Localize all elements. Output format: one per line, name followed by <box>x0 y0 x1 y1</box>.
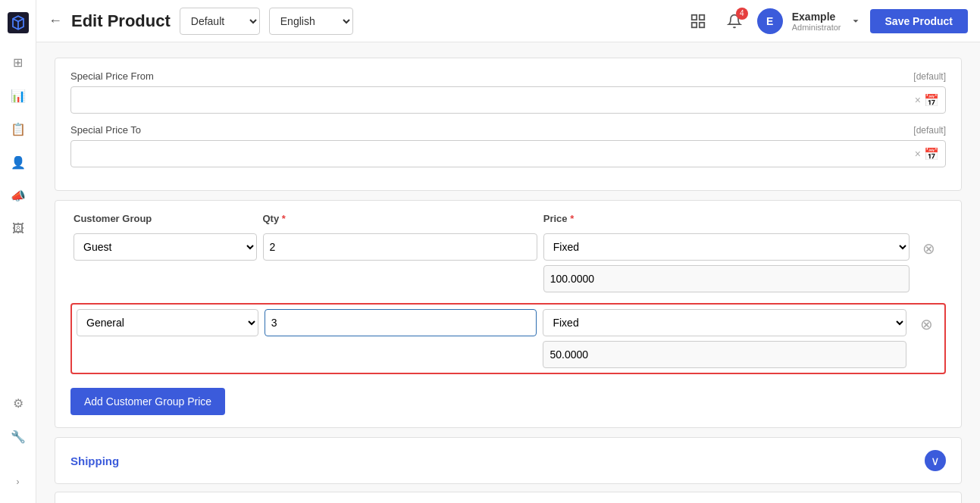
special-price-from-default: [default] <box>913 71 946 82</box>
user-name: Example <box>792 11 841 23</box>
chevron-down-icon <box>850 16 861 27</box>
settings-icon[interactable]: ⚙ <box>5 389 32 417</box>
price-value-input-2[interactable] <box>543 341 906 368</box>
cgp-row-1: Guest General Wholesale Fixed Discount <box>70 230 946 295</box>
top-bar: ← Edit Product Default English English F… <box>36 0 980 42</box>
col-customer-group: Customer Group <box>74 213 257 224</box>
customers-icon[interactable]: 👤 <box>5 148 32 176</box>
user-role: Administrator <box>792 23 841 32</box>
store-icon[interactable] <box>684 8 712 35</box>
language-select[interactable]: English French Spanish <box>269 8 353 35</box>
catalog-icon[interactable]: 📋 <box>5 115 32 142</box>
collapse-icon[interactable]: › <box>5 468 32 495</box>
price-required-star: * <box>570 213 574 224</box>
remove-row-2-button[interactable]: ⊗ <box>913 315 940 333</box>
analytics-icon[interactable]: 📊 <box>5 82 32 109</box>
page-title: Edit Product <box>71 11 171 31</box>
special-price-to-field: Special Price To [default] × 📅 <box>70 124 946 167</box>
price-type-select-2[interactable]: Fixed Discount <box>543 309 906 336</box>
app-logo[interactable] <box>3 8 33 38</box>
qty-input-2[interactable] <box>265 309 537 336</box>
special-price-to-default: [default] <box>913 125 946 136</box>
svg-rect-2 <box>691 14 696 19</box>
cgp-table-header: Customer Group Qty * Price * <box>70 213 946 224</box>
shipping-title: Shipping <box>70 455 119 467</box>
svg-rect-3 <box>700 14 704 19</box>
special-price-from-input[interactable] <box>77 94 915 106</box>
inventories-section: Inventories ∨ <box>55 492 962 503</box>
notification-badge: 4 <box>736 8 748 20</box>
price-section-1: Fixed Discount <box>543 233 910 292</box>
clear-special-price-from-icon[interactable]: × <box>915 94 921 106</box>
col-price: Price * <box>543 213 910 224</box>
price-value-input-1[interactable] <box>543 265 910 292</box>
notification-icon[interactable]: 4 <box>721 8 748 35</box>
qty-input-1[interactable] <box>263 233 537 261</box>
price-section-2: Fixed Discount <box>543 309 906 368</box>
special-price-from-label: Special Price From <box>70 70 154 82</box>
price-type-select-1[interactable]: Fixed Discount <box>543 233 910 261</box>
svg-rect-5 <box>700 22 704 27</box>
save-product-button[interactable]: Save Product <box>870 9 968 33</box>
remove-row-1-button[interactable]: ⊗ <box>916 239 943 258</box>
calendar-special-price-to-icon[interactable]: 📅 <box>924 147 939 161</box>
shipping-chevron-icon[interactable]: ∨ <box>925 450 946 471</box>
customer-group-price-section: Customer Group Qty * Price * <box>55 200 962 428</box>
shipping-section: Shipping ∨ <box>55 437 962 484</box>
cgp-row-2: Guest General Wholesale Fixed Discount <box>70 303 946 374</box>
svg-rect-4 <box>691 22 696 27</box>
marketing-icon[interactable]: 📣 <box>5 182 32 209</box>
calendar-special-price-from-icon[interactable]: 📅 <box>924 93 939 108</box>
shipping-header[interactable]: Shipping ∨ <box>55 438 961 483</box>
special-price-from-section: Special Price From [default] × 📅 Special… <box>55 58 962 191</box>
user-info: Example Administrator <box>792 11 841 32</box>
clear-special-price-to-icon[interactable]: × <box>915 148 921 160</box>
customer-group-select-2[interactable]: Guest General Wholesale <box>77 309 258 336</box>
inventories-header[interactable]: Inventories ∨ <box>55 492 961 503</box>
locale-select[interactable]: Default English <box>180 8 260 35</box>
cms-icon[interactable]: 🖼 <box>5 215 32 242</box>
main-content: Special Price From [default] × 📅 Special… <box>36 42 980 503</box>
special-price-to-input[interactable] <box>77 148 915 160</box>
customer-group-select-1[interactable]: Guest General Wholesale <box>74 233 257 261</box>
col-qty: Qty * <box>263 213 537 224</box>
dashboard-icon[interactable]: ⊞ <box>5 48 32 76</box>
avatar: E <box>757 8 783 34</box>
special-price-to-label: Special Price To <box>70 124 141 136</box>
sidebar: ⊞ 📊 📋 👤 📣 🖼 ⚙ 🔧 › <box>0 0 36 503</box>
tools-icon[interactable]: 🔧 <box>5 423 32 450</box>
back-button[interactable]: ← <box>49 13 62 29</box>
qty-required-star: * <box>282 213 286 224</box>
special-price-from-field: Special Price From [default] × 📅 <box>70 70 946 114</box>
add-customer-group-price-button[interactable]: Add Customer Group Price <box>70 388 225 415</box>
